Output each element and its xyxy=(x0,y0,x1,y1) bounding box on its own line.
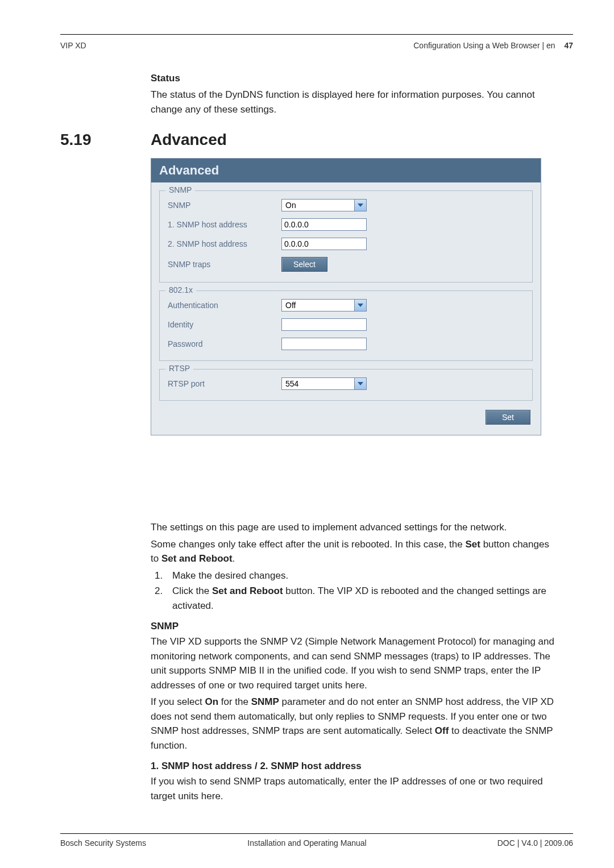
section-number: 5.19 xyxy=(60,131,92,149)
step-2: Click the Set and Reboot button. The VIP… xyxy=(165,584,557,613)
header-chapter: Configuration Using a Web Browser | en xyxy=(413,41,555,50)
header-rule xyxy=(60,34,573,35)
auth-select[interactable]: Off xyxy=(281,299,367,312)
snmp-paragraph-2: If you select On for the SNMP parameter … xyxy=(151,695,557,753)
snmp-select[interactable]: On xyxy=(281,199,367,211)
rtsp-legend: RTSP xyxy=(165,364,193,373)
header-right: Configuration Using a Web Browser | en 4… xyxy=(413,41,573,50)
text-bold: Set xyxy=(465,539,480,550)
rtsp-port-value: 554 xyxy=(285,379,298,388)
text-span: Some changes only take effect after the … xyxy=(151,539,465,550)
status-heading: Status xyxy=(151,73,557,84)
snmp-host1-input[interactable] xyxy=(281,218,367,231)
snmp-legend: SNMP xyxy=(165,185,195,194)
footer-rule xyxy=(60,833,573,834)
text-bold: SNMP xyxy=(251,696,279,707)
rtsp-port-label: RTSP port xyxy=(168,379,281,388)
header-page-number: 47 xyxy=(564,41,573,50)
snmp-select-value: On xyxy=(285,201,296,210)
advanced-panel: Advanced SNMP SNMP On 1. SNMP host addre… xyxy=(151,158,541,435)
chevron-down-icon[interactable] xyxy=(354,300,366,311)
snmp-host2-input[interactable] xyxy=(281,238,367,250)
section-title: Advanced xyxy=(151,131,227,149)
password-label: Password xyxy=(168,339,281,348)
text-bold: Off xyxy=(435,725,449,736)
text-span: Click the xyxy=(172,585,212,596)
snmp-fieldset: SNMP SNMP On 1. SNMP host address xyxy=(159,190,533,283)
footer-right: DOC | V4.0 | 2009.06 xyxy=(497,838,573,848)
text-bold: Set and Reboot xyxy=(212,585,283,596)
snmp-heading: SNMP xyxy=(151,621,557,632)
snmp-host1-label: 1. SNMP host address xyxy=(168,220,281,229)
hosts-body: If you wish to send SNMP traps automatic… xyxy=(151,774,557,803)
chevron-down-icon[interactable] xyxy=(354,200,366,211)
text-bold: On xyxy=(205,696,218,707)
identity-label: Identity xyxy=(168,320,281,329)
text-bold: Set and Reboot xyxy=(161,553,233,564)
auth-select-value: Off xyxy=(285,301,296,310)
steps-list: Make the desired changes. Click the Set … xyxy=(151,568,557,613)
text-span: for the xyxy=(218,696,251,707)
header-left: VIP XD xyxy=(60,41,86,50)
snmp-host2-label: 2. SNMP host address xyxy=(168,239,281,248)
panel-title: Advanced xyxy=(151,159,541,182)
hosts-heading: 1. SNMP host address / 2. SNMP host addr… xyxy=(151,761,557,772)
intro-paragraph-2: Some changes only take effect after the … xyxy=(151,537,557,566)
text-span: If you select xyxy=(151,696,205,707)
snmp-traps-select-button[interactable]: Select xyxy=(281,257,327,272)
set-button[interactable]: Set xyxy=(486,410,530,425)
status-body: The status of the DynDNS function is dis… xyxy=(151,88,557,117)
password-input[interactable] xyxy=(281,338,367,350)
chevron-down-icon[interactable] xyxy=(354,378,366,389)
snmp-traps-label: SNMP traps xyxy=(168,260,281,269)
text-span: . xyxy=(233,553,235,564)
snmp-paragraph-1: The VIP XD supports the SNMP V2 (Simple … xyxy=(151,634,557,692)
step-1: Make the desired changes. xyxy=(165,568,557,583)
rtsp-fieldset: RTSP RTSP port 554 xyxy=(159,369,533,401)
intro-paragraph-1: The settings on this page are used to im… xyxy=(151,520,557,535)
rtsp-port-select[interactable]: 554 xyxy=(281,377,367,390)
snmp-label: SNMP xyxy=(168,201,281,210)
auth-label: Authentication xyxy=(168,301,281,310)
identity-input[interactable] xyxy=(281,318,367,331)
auth-fieldset: 802.1x Authentication Off Identity xyxy=(159,290,533,361)
auth-legend: 802.1x xyxy=(165,285,196,294)
